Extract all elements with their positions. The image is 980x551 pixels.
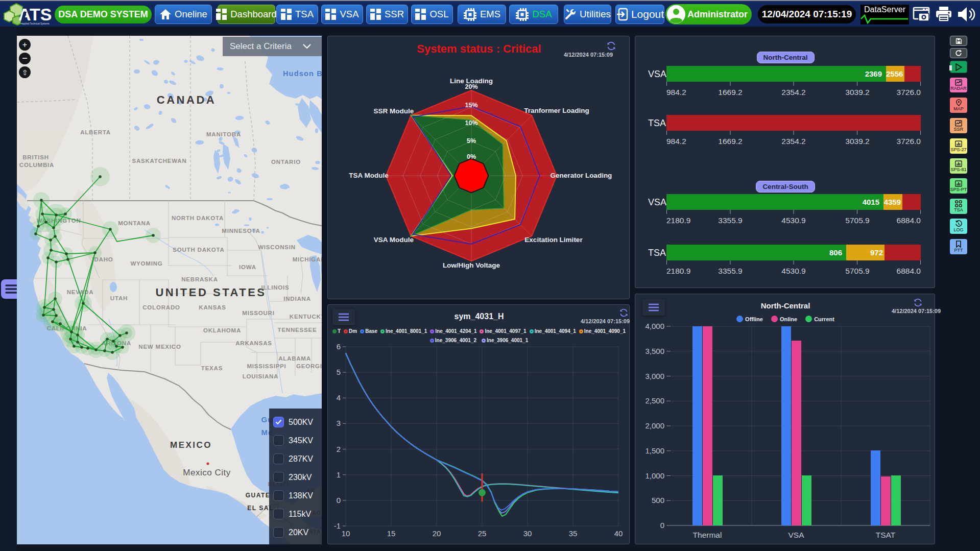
svg-text:0: 0 [337, 496, 341, 505]
svg-text:NEBRASKA: NEBRASKA [181, 276, 218, 282]
svg-text:1,500: 1,500 [645, 446, 664, 455]
svg-text:2,000: 2,000 [645, 421, 664, 430]
svg-text:2,500: 2,500 [645, 396, 664, 405]
svg-text:TSAT: TSAT [876, 531, 896, 539]
svg-text:3,000: 3,000 [645, 372, 664, 380]
svg-text:0%: 0% [467, 153, 476, 160]
svg-text:TSA Module: TSA Module [349, 172, 389, 179]
svg-text:Tranformer Loading: Tranformer Loading [524, 107, 589, 114]
svg-text:CANADA: CANADA [157, 93, 216, 106]
svg-text:10%: 10% [465, 119, 477, 127]
svg-text:MEXICO: MEXICO [170, 440, 212, 450]
svg-text:3: 3 [337, 419, 341, 427]
svg-text:BRITISH: BRITISH [22, 154, 49, 160]
svg-text:20: 20 [433, 529, 441, 538]
svg-text:COLORADO: COLORADO [142, 304, 180, 310]
svg-text:Mexico City: Mexico City [183, 468, 230, 477]
svg-text:35: 35 [569, 529, 578, 538]
svg-text:5%: 5% [467, 137, 476, 145]
svg-text:MANITOBA: MANITOBA [206, 131, 241, 137]
svg-text:VSA Module: VSA Module [374, 236, 414, 244]
svg-text:2: 2 [337, 445, 341, 453]
svg-text:6: 6 [337, 342, 341, 351]
svg-text:TEXAS: TEXAS [201, 365, 223, 371]
svg-text:MISSOURI: MISSOURI [242, 310, 274, 316]
svg-text:1: 1 [337, 470, 341, 479]
svg-text:SSR Module: SSR Module [374, 107, 414, 115]
svg-text:LOUISIANA: LOUISIANA [243, 373, 278, 379]
svg-text:ONTARIO: ONTARIO [271, 159, 301, 165]
svg-text:25: 25 [478, 529, 487, 538]
svg-text:NEW MEXICO: NEW MEXICO [138, 344, 181, 350]
svg-text:Low/High Voltage: Low/High Voltage [443, 261, 500, 269]
svg-text:5: 5 [337, 368, 341, 376]
svg-text:MONTANA: MONTANA [118, 220, 151, 226]
svg-text:SOUTH DAKOTA: SOUTH DAKOTA [173, 247, 224, 253]
svg-text:ILLINOIS: ILLINOIS [261, 284, 290, 291]
svg-text:WISCONSIN: WISCONSIN [258, 244, 296, 250]
svg-text:IOWA: IOWA [239, 264, 256, 270]
svg-text:MINNESOTA: MINNESOTA [222, 228, 260, 234]
svg-text:GEORGIA: GEORGIA [296, 363, 322, 369]
svg-text:ARKANSAS: ARKANSAS [235, 340, 272, 346]
svg-text:40: 40 [614, 529, 623, 538]
svg-text:-1: -1 [334, 521, 341, 530]
svg-text:ALBERTA: ALBERTA [80, 129, 111, 135]
svg-text:VSA: VSA [788, 531, 804, 539]
svg-text:NORTH DAKOTA: NORTH DAKOTA [172, 215, 224, 221]
svg-text:KENTUCKY: KENTUCKY [290, 314, 322, 320]
svg-text:4,000: 4,000 [645, 322, 664, 330]
svg-text:15: 15 [387, 529, 396, 538]
svg-text:OKLAHOMA: OKLAHOMA [203, 327, 241, 333]
svg-text:Generator Loading: Generator Loading [551, 172, 612, 179]
svg-text:4: 4 [337, 393, 341, 402]
svg-text:MISSISSIPPI: MISSISSIPPI [247, 363, 286, 369]
svg-text:MICHIGAN: MICHIGAN [293, 256, 322, 262]
svg-text:15%: 15% [465, 102, 477, 109]
svg-text:500: 500 [652, 496, 664, 505]
svg-text:KANSAS: KANSAS [199, 304, 226, 310]
svg-text:30: 30 [523, 529, 532, 538]
svg-text:SASKATCHEWAN: SASKATCHEWAN [132, 158, 186, 164]
svg-text:UNITED STATES: UNITED STATES [155, 286, 266, 299]
svg-text:Hudson B: Hudson B [283, 69, 322, 78]
svg-text:TENNESSEE: TENNESSEE [278, 327, 317, 333]
svg-text:Thermal: Thermal [693, 531, 722, 539]
svg-text:10: 10 [342, 529, 350, 538]
svg-text:20%: 20% [465, 83, 477, 90]
svg-text:GUATE: GUATE [246, 492, 271, 499]
svg-text:Applied Technical Systems: Applied Technical Systems [21, 22, 50, 25]
svg-text:UTAH: UTAH [110, 295, 128, 301]
svg-text:3,500: 3,500 [645, 347, 664, 355]
svg-text:Excitation Limiter: Excitation Limiter [524, 236, 583, 244]
svg-text:ALABAMA: ALABAMA [278, 355, 311, 362]
svg-text:WYOMING: WYOMING [130, 260, 162, 267]
svg-text:1,000: 1,000 [645, 471, 664, 480]
svg-text:INDIANA: INDIANA [283, 296, 311, 302]
svg-text:0: 0 [660, 521, 664, 530]
svg-text:COLUMBIA: COLUMBIA [19, 162, 54, 168]
